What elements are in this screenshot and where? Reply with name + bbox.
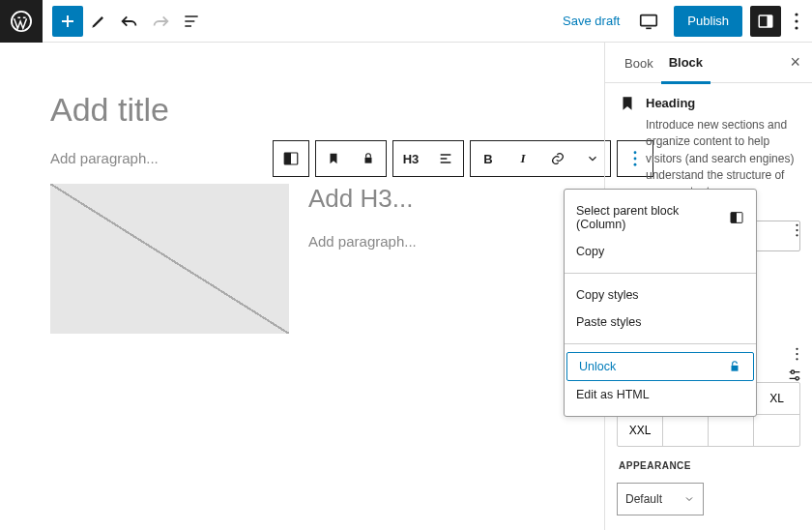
redo-icon (150, 11, 171, 32)
tab-book[interactable]: Book (617, 43, 661, 82)
block-context-menu: Select parent block (Column) Copy Copy s… (564, 189, 757, 417)
top-toolbar: Save draft Publish (0, 0, 812, 43)
appearance-select[interactable]: Default (617, 483, 704, 515)
chevron-down-icon (683, 493, 695, 505)
bookmark-icon (619, 95, 636, 201)
pencil-icon (89, 12, 108, 31)
image-placeholder[interactable] (50, 184, 289, 334)
chevron-down-icon (586, 152, 599, 165)
svg-rect-1 (641, 15, 657, 25)
heading-level-button[interactable]: H3 (393, 141, 428, 176)
svg-rect-3 (768, 15, 772, 27)
bookmark-icon (327, 152, 340, 165)
paste-styles-item[interactable]: Paste styles (565, 309, 756, 336)
svg-point-22 (791, 370, 794, 373)
block-toolbar: H3 B I (273, 140, 659, 177)
column-icon (282, 150, 300, 167)
panel-options-2[interactable] (783, 340, 810, 368)
svg-point-6 (795, 26, 798, 29)
plus-icon (59, 13, 76, 30)
svg-point-5 (795, 19, 798, 22)
settings-toggle[interactable] (750, 6, 781, 37)
block-name: Heading (646, 95, 798, 113)
svg-rect-8 (284, 153, 291, 164)
save-draft-button[interactable]: Save draft (551, 4, 631, 39)
unlock-icon (728, 360, 741, 373)
column-2: Add H3... Add paragraph... (308, 184, 604, 334)
unlock-label: Unlock (579, 360, 616, 373)
bold-button[interactable]: B (471, 141, 506, 176)
columns-block: Add H3... Add paragraph... (50, 184, 604, 334)
svg-point-4 (795, 13, 798, 15)
svg-point-16 (796, 223, 798, 225)
paragraph-block-2[interactable]: Add paragraph... (308, 233, 575, 250)
svg-point-20 (796, 353, 798, 355)
sidebar-icon (757, 13, 774, 30)
heading-block[interactable]: Add H3... (308, 184, 575, 214)
svg-rect-15 (732, 366, 739, 371)
tab-block[interactable]: Block (661, 42, 710, 84)
undo-icon (119, 11, 140, 32)
list-icon (182, 12, 201, 31)
size-xl[interactable]: XL (754, 383, 799, 414)
edit-html-item[interactable]: Edit as HTML (565, 381, 756, 408)
lock-icon (362, 152, 375, 165)
align-icon (438, 151, 453, 166)
sidebar-tabs: Book Block × (605, 43, 812, 83)
column-icon (729, 210, 744, 225)
block-type-button[interactable] (316, 141, 351, 176)
select-parent-label: Select parent block (Column) (576, 204, 729, 231)
svg-rect-9 (365, 158, 372, 163)
link-button[interactable] (540, 141, 575, 176)
italic-button[interactable]: I (506, 141, 540, 176)
wordpress-logo[interactable] (0, 0, 43, 43)
edit-tool[interactable] (83, 0, 114, 43)
unlock-item[interactable]: Unlock (566, 352, 754, 381)
svg-point-17 (796, 229, 798, 231)
size-xxl[interactable]: XXL (618, 414, 663, 446)
close-sidebar-button[interactable]: × (790, 52, 800, 73)
svg-point-19 (796, 347, 798, 349)
publish-button[interactable]: Publish (674, 6, 742, 37)
letter-case-label: Letter Case (605, 515, 812, 530)
desktop-icon (638, 11, 659, 32)
svg-point-18 (796, 234, 798, 236)
svg-rect-14 (731, 213, 737, 223)
kebab-icon (795, 13, 798, 30)
copy-item[interactable]: Copy (565, 238, 756, 265)
copy-styles-item[interactable]: Copy styles (565, 281, 756, 309)
lock-button[interactable] (351, 141, 386, 176)
align-button[interactable] (428, 141, 463, 176)
editor-canvas: Add title Add paragraph... Add H3... Add… (0, 43, 604, 530)
preview-button[interactable] (631, 11, 666, 32)
add-block-button[interactable] (52, 6, 83, 37)
post-title-input[interactable]: Add title (50, 91, 604, 129)
undo-button[interactable] (114, 0, 145, 43)
select-parent-item[interactable]: Select parent block (Column) (565, 197, 756, 238)
parent-column-button[interactable] (274, 141, 308, 176)
options-menu[interactable] (781, 0, 812, 43)
appearance-label: Appearance (605, 447, 812, 477)
svg-point-21 (796, 358, 798, 360)
wordpress-icon (11, 11, 32, 32)
document-overview-button[interactable] (176, 0, 207, 43)
appearance-value: Default (625, 492, 662, 506)
link-icon (550, 151, 566, 166)
panel-options-1[interactable] (783, 217, 810, 244)
redo-button[interactable] (145, 0, 176, 43)
sliders-icon[interactable] (783, 368, 806, 383)
svg-point-23 (796, 376, 798, 379)
